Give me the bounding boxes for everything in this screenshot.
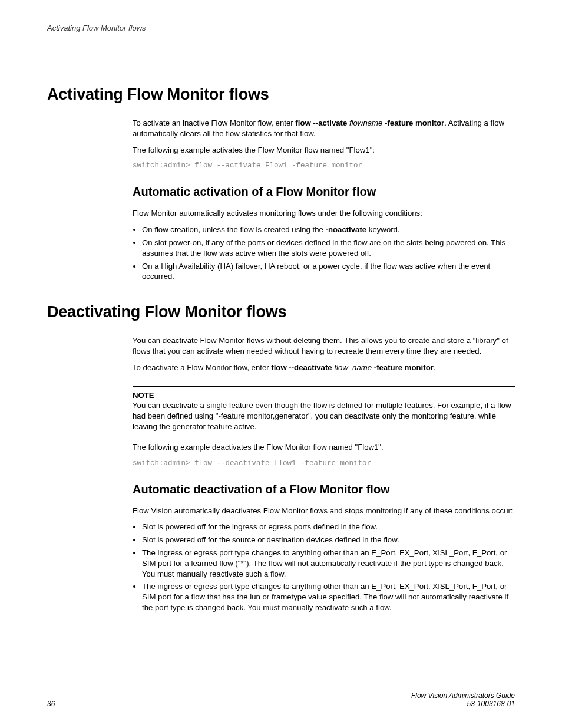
activating-body: To activate an inactive Flow Monitor flo…	[133, 118, 515, 282]
running-header: Activating Flow Monitor flows	[47, 24, 515, 32]
list-item: On flow creation, unless the flow is cre…	[142, 225, 515, 235]
footer-guide-title: Flow Vision Administrators Guide	[411, 691, 515, 700]
text: keyword.	[366, 225, 399, 234]
list-item: On a High Availability (HA) failover, HA…	[142, 261, 515, 282]
text: To activate an inactive Flow Monitor flo…	[133, 118, 295, 127]
cmd-text: -feature monitor	[385, 118, 444, 127]
note-label: NOTE	[133, 390, 515, 401]
note-text: You can deactivate a single feature even…	[133, 400, 515, 431]
arg-text: flowname	[347, 118, 385, 127]
cmd-text: -feature monitor	[374, 363, 434, 372]
list-item: The ingress or egress port type changes …	[142, 581, 515, 612]
deactivating-body: You can deactivate Flow Monitor flows wi…	[133, 335, 515, 613]
list-item: Slot is powered off for the source or de…	[142, 535, 515, 545]
subheading-auto-activation: Automatic activation of a Flow Monitor f…	[133, 184, 515, 200]
auto-deactivation-list: Slot is powered off for the ingress or e…	[133, 522, 515, 613]
cmd-text: flow --activate	[295, 118, 347, 127]
cmd-text: flow --deactivate	[271, 363, 332, 372]
page-footer: 36 Flow Vision Administrators Guide 53-1…	[47, 691, 515, 708]
code-activate: switch:admin> flow --activate Flow1 -fea…	[133, 161, 515, 171]
page-number: 36	[47, 700, 55, 708]
para-deactivate-example-label: The following example deactivates the Fl…	[133, 442, 515, 453]
para-deactivate-intro: You can deactivate Flow Monitor flows wi…	[133, 335, 515, 357]
para-deactivate-cmd: To deactivate a Flow Monitor flow, enter…	[133, 363, 515, 373]
keyword: -noactivate	[326, 225, 367, 234]
para-activate-example-label: The following example activates the Flow…	[133, 145, 515, 156]
para-activate-intro: To activate an inactive Flow Monitor flo…	[133, 118, 515, 139]
subheading-auto-deactivation: Automatic deactivation of a Flow Monitor…	[133, 482, 515, 498]
auto-activation-list: On flow creation, unless the flow is cre…	[133, 225, 515, 282]
para-auto-deactivation-intro: Flow Vision automatically deactivates Fl…	[133, 506, 515, 516]
section-heading-activating: Activating Flow Monitor flows	[47, 85, 515, 104]
code-deactivate: switch:admin> flow --deactivate Flow1 -f…	[133, 459, 515, 469]
section-heading-deactivating: Deactivating Flow Monitor flows	[47, 303, 515, 321]
text: To deactivate a Flow Monitor flow, enter	[133, 363, 271, 372]
list-item: The ingress or egress port type changes …	[142, 548, 515, 579]
list-item: On slot power-on, if any of the ports or…	[142, 238, 515, 259]
para-auto-activation-intro: Flow Monitor automatically activates mon…	[133, 208, 515, 219]
text: On flow creation, unless the flow is cre…	[142, 225, 326, 234]
footer-doc-number: 53-1003168-01	[411, 700, 515, 708]
list-item: Slot is powered off for the ingress or e…	[142, 522, 515, 532]
note-box: NOTE You can deactivate a single feature…	[133, 386, 515, 436]
arg-text: flow_name	[332, 363, 374, 372]
text: .	[434, 363, 436, 372]
